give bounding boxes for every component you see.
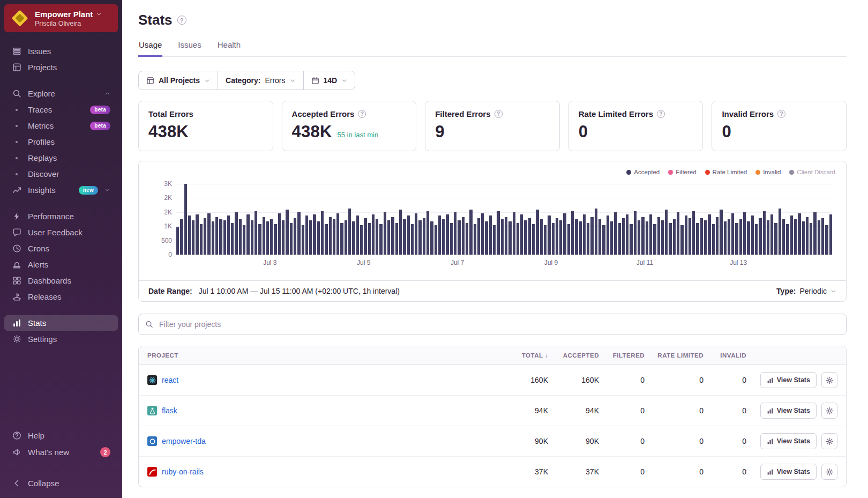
chart-bar[interactable] <box>544 225 547 255</box>
sidebar-item-alerts[interactable]: Alerts <box>4 257 118 272</box>
chart-bar[interactable] <box>556 218 558 255</box>
chart-bar[interactable] <box>747 221 750 255</box>
view-stats-button[interactable]: View Stats <box>760 433 817 449</box>
chart-bar[interactable] <box>696 223 699 255</box>
chart-bar[interactable] <box>258 224 261 255</box>
sidebar-item-profiles[interactable]: Profiles <box>4 134 118 150</box>
chart-bar[interactable] <box>634 211 637 255</box>
chart-bar[interactable] <box>313 214 316 255</box>
sidebar-item-dashboards[interactable]: Dashboards <box>4 273 118 288</box>
sidebar-item-performance[interactable]: Performance <box>4 209 118 224</box>
chart-bar[interactable] <box>685 215 687 255</box>
chart-bar[interactable] <box>235 212 237 255</box>
chart-bar[interactable] <box>536 210 538 255</box>
chart-bar[interactable] <box>368 223 371 255</box>
chart-bar[interactable] <box>680 225 683 255</box>
chart-bar[interactable] <box>590 217 593 255</box>
chart-bar[interactable] <box>700 218 703 255</box>
chart-bar[interactable] <box>767 220 769 255</box>
chart-bar[interactable] <box>813 212 816 255</box>
chart-bar[interactable] <box>462 217 465 255</box>
org-switcher[interactable]: Empower Plant Priscila Oliveira <box>4 4 118 32</box>
chart-bar[interactable] <box>770 214 773 255</box>
chart-bar[interactable] <box>302 225 304 255</box>
chart-bar[interactable] <box>255 211 257 255</box>
chart-bar[interactable] <box>735 223 738 255</box>
chart-bar[interactable] <box>689 218 691 255</box>
date-range-dropdown[interactable]: 14D <box>303 71 355 90</box>
chart-bar[interactable] <box>505 217 507 255</box>
chart-bar[interactable] <box>587 223 589 255</box>
chart-bar[interactable] <box>489 215 492 255</box>
chart-bar[interactable] <box>798 213 800 255</box>
legend-item-rate-limited[interactable]: Rate Limited <box>705 169 747 175</box>
chart-bar[interactable] <box>630 224 632 255</box>
chart-bar[interactable] <box>524 220 527 255</box>
chart-bar[interactable] <box>575 219 578 255</box>
sidebar-item-user-feedback[interactable]: User Feedback <box>4 225 118 240</box>
chart-bar[interactable] <box>728 219 730 255</box>
chart-bar[interactable] <box>278 213 281 255</box>
chart-bar[interactable] <box>438 215 441 255</box>
chart-bar[interactable] <box>418 220 421 255</box>
sidebar-item-insights[interactable]: Insightsnew <box>4 182 118 198</box>
chart-bar[interactable] <box>724 221 727 255</box>
chart-bar[interactable] <box>755 224 758 255</box>
chart-bar[interactable] <box>786 224 789 255</box>
sidebar-item-projects[interactable]: Projects <box>4 60 118 75</box>
chart-bar[interactable] <box>607 215 609 255</box>
chart-bar[interactable] <box>411 224 414 255</box>
chart-bar[interactable] <box>794 219 797 255</box>
chart-bar[interactable] <box>454 212 457 255</box>
chart-bar[interactable] <box>215 217 218 255</box>
chart-bar[interactable] <box>501 219 504 255</box>
chart-bar[interactable] <box>669 223 671 255</box>
chart-bar[interactable] <box>321 211 324 255</box>
sidebar-item-metrics[interactable]: Metricsbeta <box>4 118 118 133</box>
chart-bar[interactable] <box>528 218 531 255</box>
sidebar-item-replays[interactable]: Replays <box>4 150 118 166</box>
chart-bar[interactable] <box>508 221 511 255</box>
chart-bar[interactable] <box>716 217 719 255</box>
column-header-project[interactable]: PROJECT <box>147 352 497 359</box>
chart-bar[interactable] <box>646 221 648 255</box>
chart-bar[interactable] <box>231 223 234 255</box>
chart-bar[interactable] <box>704 220 707 255</box>
chart-bar[interactable] <box>188 215 191 255</box>
chart-bar[interactable] <box>426 211 429 255</box>
sidebar-item-collapse[interactable]: Collapse <box>4 475 118 491</box>
chart-bar[interactable] <box>274 224 276 255</box>
column-header-total[interactable]: TOTAL↓ <box>497 352 548 359</box>
chart-bar[interactable] <box>325 224 327 255</box>
chart-bar[interactable] <box>517 223 519 255</box>
chart-bar[interactable] <box>251 220 253 255</box>
chart-bar[interactable] <box>294 218 296 255</box>
chart-bar[interactable] <box>348 209 351 255</box>
chart-bar[interactable] <box>641 217 644 255</box>
project-link[interactable]: flask <box>162 406 177 415</box>
chart-bar[interactable] <box>336 213 339 255</box>
chart-bar[interactable] <box>649 214 652 255</box>
column-header-rate-limited[interactable]: RATE LIMITED <box>645 352 704 359</box>
chart-bar[interactable] <box>340 223 343 255</box>
sidebar-item-issues[interactable]: Issues <box>4 43 118 59</box>
legend-item-filtered[interactable]: Filtered <box>668 169 696 175</box>
help-icon[interactable]: ? <box>657 110 665 118</box>
help-icon[interactable]: ? <box>358 110 366 118</box>
chart-bar[interactable] <box>559 220 562 255</box>
chart-bar[interactable] <box>743 212 746 255</box>
sidebar-item-crons[interactable]: Crons <box>4 241 118 256</box>
project-link[interactable]: react <box>162 376 178 384</box>
chart-bar[interactable] <box>458 220 460 255</box>
chart-bar[interactable] <box>806 217 809 255</box>
chart-bar[interactable] <box>583 214 586 255</box>
chart-bar[interactable] <box>595 209 597 255</box>
page-help-icon[interactable]: ? <box>177 16 186 25</box>
chart-bar[interactable] <box>219 219 222 255</box>
chart-bar[interactable] <box>246 214 249 255</box>
chart-bar[interactable] <box>345 220 347 255</box>
chart-bar[interactable] <box>387 220 390 255</box>
chart-bar[interactable] <box>399 210 402 255</box>
chart-bar[interactable] <box>415 213 417 255</box>
chart-bar[interactable] <box>751 215 754 255</box>
